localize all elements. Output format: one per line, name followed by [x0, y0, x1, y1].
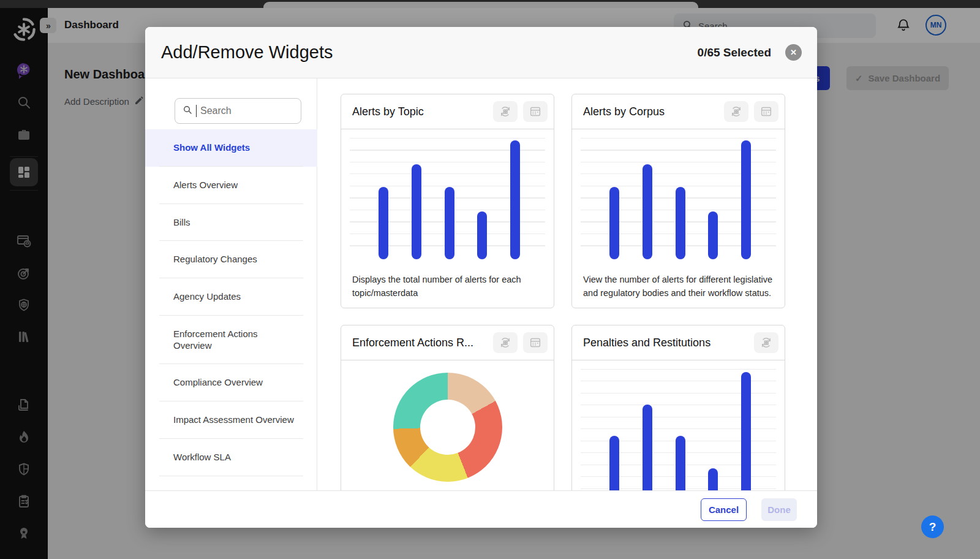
cancel-button[interactable]: Cancel — [701, 498, 747, 521]
widget-search-input[interactable]: Search — [175, 98, 301, 124]
widget-card-header: Penalties and Restitutions — [572, 325, 785, 360]
modal-title: Add/Remove Widgets — [161, 42, 698, 63]
category-list: Show All Widgets Alerts Overview Bills R… — [145, 129, 317, 476]
widget-description: Displays the total number of alerts for … — [341, 265, 554, 308]
category-item-agency-updates[interactable]: Agency Updates — [145, 278, 317, 316]
category-item-enforcement-actions-overview[interactable]: Enforcement Actions Overview — [145, 316, 317, 365]
widget-card-alerts-by-topic[interactable]: Alerts by Topic Displays the total numbe… — [341, 94, 554, 308]
add-remove-widgets-modal: Add/Remove Widgets 0/65 Selected ✕ Searc… — [145, 27, 817, 528]
bar-chart-preview — [572, 360, 785, 490]
widget-title: Enforcement Actions R... — [352, 337, 488, 349]
widget-grid: Alerts by Topic Displays the total numbe… — [317, 78, 817, 490]
category-item-show-all-widgets[interactable]: Show All Widgets — [145, 129, 317, 167]
widget-card-header: Alerts by Corpus — [572, 94, 785, 129]
selection-count: 0/65 Selected — [698, 46, 771, 59]
widget-title: Alerts by Corpus — [583, 105, 718, 118]
swap-icon[interactable] — [754, 332, 778, 353]
widget-card-penalties-restitutions[interactable]: Penalties and Restitutions — [571, 325, 785, 490]
table-icon[interactable] — [523, 101, 548, 122]
widget-title: Alerts by Topic — [352, 105, 488, 118]
swap-icon[interactable] — [493, 101, 518, 122]
search-placeholder: Search — [200, 105, 232, 116]
table-icon[interactable] — [523, 332, 548, 353]
widget-card-header: Enforcement Actions R... — [341, 325, 554, 360]
widget-categories-panel: Search Show All Widgets Alerts Overview … — [145, 78, 317, 490]
done-button[interactable]: Done — [761, 498, 797, 521]
table-icon[interactable] — [754, 101, 778, 122]
widget-card-header: Alerts by Topic — [341, 94, 554, 129]
bar-chart-preview — [572, 129, 785, 265]
donut-chart — [393, 373, 502, 482]
close-icon[interactable]: ✕ — [785, 44, 802, 61]
category-item-impact-assessment-overview[interactable]: Impact Assessment Overview — [145, 401, 317, 439]
text-cursor — [196, 105, 197, 117]
category-item-workflow-sla[interactable]: Workflow SLA — [145, 439, 317, 476]
bar-series — [572, 139, 785, 259]
modal-header: Add/Remove Widgets 0/65 Selected ✕ — [145, 27, 817, 78]
widget-card-enforcement-actions[interactable]: Enforcement Actions R... — [341, 325, 554, 490]
bar-chart-preview — [341, 129, 554, 265]
modal-body: Search Show All Widgets Alerts Overview … — [145, 78, 817, 490]
search-icon — [183, 105, 192, 117]
category-item-alerts-overview[interactable]: Alerts Overview — [145, 167, 317, 204]
donut-hole — [420, 400, 475, 455]
modal-footer: Cancel Done — [145, 490, 817, 528]
widget-card-alerts-by-corpus[interactable]: Alerts by Corpus View the number of aler… — [571, 94, 785, 308]
swap-icon[interactable] — [724, 101, 748, 122]
bar-series — [572, 370, 785, 490]
category-item-regulatory-changes[interactable]: Regulatory Changes — [145, 241, 317, 278]
widget-description: View the number of alerts for different … — [572, 265, 785, 308]
help-button[interactable]: ? — [921, 515, 944, 538]
bar-series — [341, 139, 554, 259]
donut-chart-preview — [341, 360, 554, 490]
widget-title: Penalties and Restitutions — [583, 337, 748, 349]
category-item-bills[interactable]: Bills — [145, 204, 317, 241]
swap-icon[interactable] — [493, 332, 518, 353]
category-item-compliance-overview[interactable]: Compliance Overview — [145, 364, 317, 401]
